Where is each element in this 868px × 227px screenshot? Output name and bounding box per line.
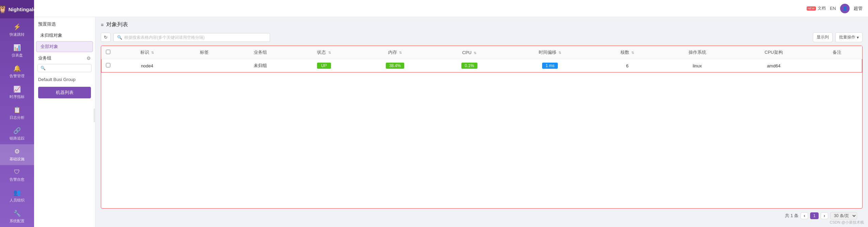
- pagination-total: 共 1 条: [785, 213, 799, 219]
- sidebar-item-label: 告警自愈: [10, 177, 25, 182]
- next-page-button[interactable]: ›: [821, 212, 828, 219]
- cell-cpu: 0.1%: [434, 59, 505, 72]
- toolbar: ↻ 🔍 显示列 批量操作 ▾: [101, 32, 863, 42]
- col-cpu: CPU ⇅: [434, 46, 505, 59]
- col-checkbox: [101, 46, 115, 59]
- sidebar-logo[interactable]: 🦉 Nightingale: [0, 0, 34, 18]
- sort-memory-icon[interactable]: ⇅: [399, 51, 402, 54]
- prev-page-button[interactable]: ‹: [801, 212, 808, 219]
- col-os-label: 操作系统: [689, 50, 706, 55]
- avatar[interactable]: 👤: [840, 4, 850, 13]
- cell-tags: [179, 59, 229, 72]
- biz-group-default[interactable]: Default Busi Group: [34, 75, 95, 84]
- sidebar-item-label: 链路追踪: [10, 136, 25, 141]
- topbar-right: NEW 文档 EN 👤 超管: [807, 4, 863, 13]
- chevron-down-icon: ▾: [857, 35, 859, 40]
- alert-icon: 🔔: [13, 65, 21, 72]
- sort-cores-icon[interactable]: ⇅: [631, 51, 634, 54]
- biz-group-settings-icon[interactable]: ⚙: [86, 55, 91, 61]
- col-id: 标识 ⇅: [115, 46, 179, 59]
- search-icon: 🔍: [117, 35, 122, 40]
- sidebar-item-sys-config[interactable]: 🔧 系统配置: [0, 206, 34, 227]
- sidebar-item-label: 基础设施: [10, 157, 25, 162]
- personnel-icon: 👥: [13, 189, 21, 196]
- col-cores-label: 核数: [620, 50, 629, 55]
- doc-link[interactable]: NEW 文档: [807, 5, 826, 11]
- sidebar-item-personnel[interactable]: 👥 人员组织: [0, 185, 34, 206]
- sidebar-item-quick-jump[interactable]: ⚡ 快速跳转: [0, 20, 34, 40]
- col-status-label: 状态: [317, 50, 326, 55]
- cell-id: node4: [115, 59, 179, 72]
- page-title: 对象列表: [106, 21, 128, 28]
- topbar: NEW 文档 EN 👤 超管: [34, 0, 868, 17]
- lang-switch[interactable]: EN: [830, 6, 836, 11]
- sidebar-item-alert-self-heal[interactable]: 🛡 告警自愈: [0, 165, 34, 185]
- col-cpu-arch-label: CPU架构: [764, 50, 783, 55]
- sidebar-item-infra[interactable]: ⚙ 基础设施: [0, 144, 34, 165]
- all-objects-item[interactable]: 全部对象: [36, 41, 93, 52]
- row-checkbox-cell: [101, 59, 115, 72]
- page-header: ≡ 对象列表: [101, 21, 863, 28]
- self-heal-icon: 🛡: [14, 168, 20, 176]
- table-row[interactable]: node4 未归组 UP 38.4% 0.1%: [101, 59, 862, 72]
- sidebar-item-log-analysis[interactable]: 📋 日志分析: [0, 103, 34, 124]
- quick-jump-icon: ⚡: [13, 23, 21, 31]
- col-tags-label: 标签: [200, 50, 209, 55]
- username[interactable]: 超管: [854, 5, 863, 12]
- col-time-offset: 时间偏移 ⇅: [505, 46, 595, 59]
- machine-list-button[interactable]: 机器列表: [38, 87, 91, 98]
- biz-group-search-input[interactable]: [47, 66, 89, 70]
- biz-group-section: 业务组 ⚙: [34, 52, 95, 63]
- sidebar-item-label: 日志分析: [10, 115, 25, 120]
- log-icon: 📋: [13, 106, 21, 114]
- right-panel: ≡ 对象列表 ↻ 🔍 显示列 批量操作 ▾: [95, 17, 868, 227]
- col-memory: 内存 ⇅: [356, 46, 434, 59]
- page-size-select[interactable]: 30 条/页: [830, 212, 857, 220]
- sort-status-icon[interactable]: ⇅: [328, 51, 331, 54]
- sort-time-offset-icon[interactable]: ⇅: [558, 51, 561, 54]
- toolbar-right: 显示列 批量操作 ▾: [813, 32, 863, 42]
- cell-note: [812, 59, 862, 72]
- col-biz-group-label: 业务组: [254, 50, 267, 55]
- col-cpu-arch: CPU架构: [735, 46, 812, 59]
- col-biz-group: 业务组: [229, 46, 292, 59]
- sidebar: 🦉 Nightingale ⚡ 快速跳转 📊 仪表盘 🔔 告警管理 📈 时序指标…: [0, 0, 34, 227]
- biz-group-name: Default Busi Group: [38, 77, 76, 82]
- footer-credit: CSDN @小菜技术栈: [830, 220, 864, 225]
- col-cpu-label: CPU: [462, 50, 471, 55]
- search-input[interactable]: [124, 35, 266, 40]
- select-all-checkbox[interactable]: [106, 50, 110, 54]
- trace-icon: 🔗: [13, 127, 21, 134]
- page-1-button[interactable]: 1: [810, 212, 819, 219]
- infra-icon: ⚙: [14, 148, 20, 155]
- cell-time-offset: 1 ms: [505, 59, 595, 72]
- left-panel-collapse[interactable]: ‹: [94, 109, 95, 122]
- status-badge: UP: [317, 63, 331, 69]
- sidebar-item-label: 仪表盘: [12, 53, 23, 58]
- search-icon: 🔍: [41, 66, 46, 70]
- sort-cpu-icon[interactable]: ⇅: [474, 51, 476, 55]
- sort-id-icon[interactable]: ⇅: [151, 51, 154, 54]
- avatar-icon: 👤: [842, 6, 848, 11]
- sidebar-item-dashboard[interactable]: 📊 仪表盘: [0, 40, 34, 61]
- sidebar-item-label: 人员组织: [10, 198, 25, 203]
- batch-ops-button[interactable]: 批量操作 ▾: [835, 32, 863, 42]
- ungrouped-objects-item[interactable]: 未归组对象: [36, 30, 93, 40]
- objects-table-wrapper: 标识 ⇅ 标签 业务组 状态 ⇅: [101, 46, 863, 209]
- owl-icon: 🦉: [0, 5, 7, 14]
- columns-button[interactable]: 显示列: [813, 32, 833, 42]
- dashboard-icon: 📊: [13, 44, 21, 51]
- sidebar-item-label: 时序指标: [10, 94, 25, 99]
- sidebar-item-time-series[interactable]: 📈 时序指标: [0, 82, 34, 103]
- table-header-row: 标识 ⇅ 标签 业务组 状态 ⇅: [101, 46, 862, 59]
- refresh-button[interactable]: ↻: [101, 33, 111, 42]
- sys-config-icon: 🔧: [13, 210, 21, 217]
- biz-group-search: 🔍: [37, 64, 92, 72]
- sidebar-item-trace[interactable]: 🔗 链路追踪: [0, 124, 34, 144]
- main-area: NEW 文档 EN 👤 超管 预置筛选 未归组对象 全部对象 业务组 ⚙ 🔍: [34, 0, 868, 227]
- doc-label: 文档: [818, 6, 826, 11]
- sidebar-item-alert-mgmt[interactable]: 🔔 告警管理: [0, 61, 34, 82]
- row-checkbox[interactable]: [106, 63, 110, 67]
- col-cores: 核数 ⇅: [595, 46, 660, 59]
- col-memory-label: 内存: [388, 50, 397, 55]
